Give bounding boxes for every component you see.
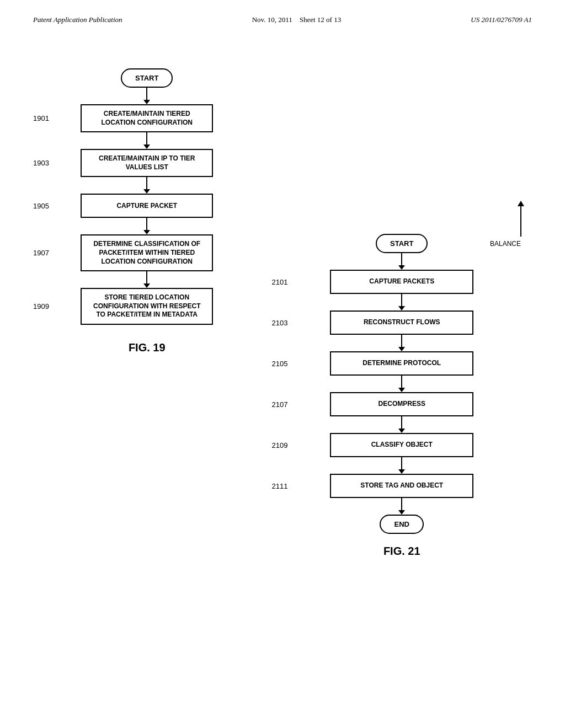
fig21-balance-label: BALANCE [490, 240, 521, 248]
fig21-box-2101: CAPTURE PACKETS [330, 270, 473, 294]
fig19-box-1907: DETERMINE CLASSIFICATION OF PACKET/ITEM … [81, 234, 213, 271]
fig21-label-2107: 2107 [272, 400, 288, 409]
fig19-box-1901: CREATE/MAINTAIN TIERED LOCATION CONFIGUR… [81, 104, 213, 132]
fig21-box-2107: DECOMPRESS [330, 392, 473, 416]
page: Patent Application Publication Nov. 10, … [0, 0, 565, 728]
main-content: START 1901 CREATE/MAINTAIN TIERED LOCATI… [0, 35, 565, 580]
fig21-end-oval: END [380, 515, 424, 534]
fig21-label-2111: 2111 [272, 482, 288, 490]
header-date: Nov. 10, 2011 [252, 15, 292, 24]
header-date-sheet: Nov. 10, 2011 Sheet 12 of 13 [252, 15, 342, 24]
fig21-box-2109: CLASSIFY OBJECT [330, 433, 473, 457]
fig21-box-2103: RECONSTRUCT FLOWS [330, 311, 473, 335]
fig19-box-1905: CAPTURE PACKET [81, 194, 213, 218]
fig21-box-2105: DETERMINE PROTOCOL [330, 351, 473, 376]
fig21-flowchart: START BALANCE 2101 CAPTURE PACKETS 2103 … [272, 234, 532, 558]
fig21-label-2109: 2109 [272, 441, 288, 449]
fig21-start-oval: START [376, 234, 428, 253]
header-publication: Patent Application Publication [33, 15, 122, 24]
fig19-label: FIG. 19 [129, 341, 166, 354]
fig19-label-1901: 1901 [33, 114, 49, 122]
fig21-box-2111: STORE TAG AND OBJECT [330, 474, 473, 498]
fig19-start-oval: START [121, 68, 173, 88]
fig19-label-1905: 1905 [33, 202, 49, 210]
fig21-label: FIG. 21 [383, 545, 420, 558]
fig19-flowchart: START 1901 CREATE/MAINTAIN TIERED LOCATI… [33, 68, 261, 558]
fig19-label-1907: 1907 [33, 249, 49, 257]
fig19-label-1903: 1903 [33, 159, 49, 167]
fig21-label-2105: 2105 [272, 360, 288, 368]
fig19-box-1909: STORE TIERED LOCATION CONFIGURATION WITH… [81, 288, 213, 325]
header: Patent Application Publication Nov. 10, … [0, 0, 565, 24]
fig21-label-2103: 2103 [272, 319, 288, 327]
header-patent: US 2011/0276709 A1 [471, 15, 532, 24]
header-sheet: Sheet 12 of 13 [300, 15, 341, 24]
fig19-label-1909: 1909 [33, 302, 49, 311]
fig21-label-2101: 2101 [272, 278, 288, 286]
fig19-box-1903: CREATE/MAINTAIN IP TO TIER VALUES LIST [81, 149, 213, 177]
